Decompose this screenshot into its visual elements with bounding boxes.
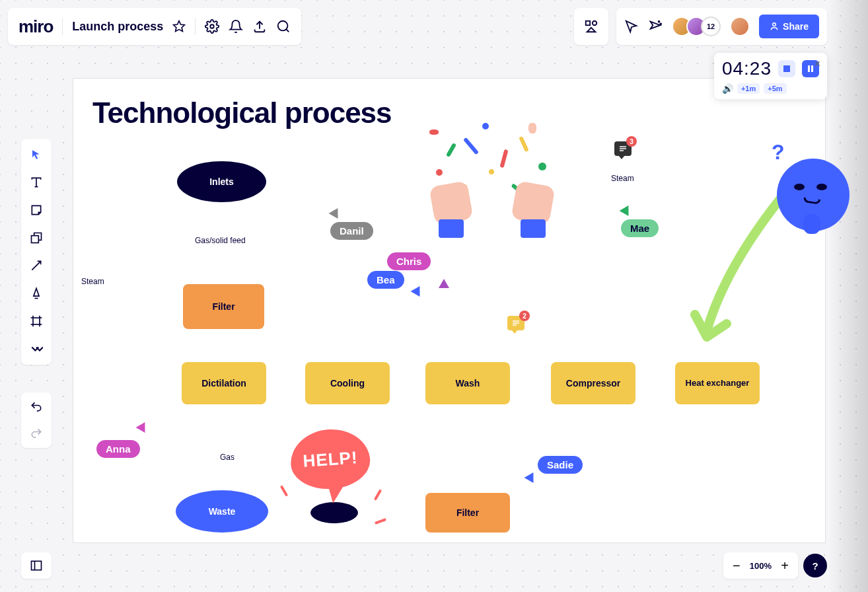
svg-rect-16 [32, 236, 39, 243]
edge-label-gas: Gas [218, 452, 236, 462]
shape-tool[interactable] [28, 230, 44, 246]
comment-badge[interactable]: 2 [507, 316, 524, 330]
pen-tool[interactable] [28, 285, 44, 301]
settings-icon[interactable] [205, 19, 219, 34]
more-tools[interactable] [28, 341, 44, 357]
panel-icon [30, 559, 43, 572]
star-icon[interactable] [172, 20, 186, 33]
zoom-in-button[interactable]: + [778, 558, 791, 574]
svg-rect-23 [32, 561, 42, 570]
svg-point-6 [593, 21, 597, 25]
sticker-help[interactable]: HELP! [291, 429, 370, 489]
cursor-extra-icon [439, 279, 449, 288]
svg-line-17 [32, 261, 40, 270]
arrow-tool[interactable] [28, 258, 44, 274]
edge-label-gas-feed: Gas/solid feed [193, 235, 248, 246]
share-label: Share [783, 21, 809, 32]
avatar-self[interactable] [730, 17, 750, 36]
comment-count: 3 [626, 136, 637, 147]
timer-panel[interactable]: × 04:23 🔊 +1m +5m [714, 53, 827, 99]
minimap-toggle[interactable] [21, 552, 52, 579]
sticker-thinking[interactable]: ? [766, 145, 859, 238]
shapes-icon [584, 19, 598, 34]
undo-redo-toolbar [21, 392, 52, 448]
node-filter-2[interactable]: Filter [425, 493, 510, 533]
help-button[interactable]: ? [803, 554, 827, 577]
cursor-chris: Chris [387, 250, 431, 270]
timer-add-1m[interactable]: +1m [737, 83, 760, 94]
zoom-toolbar: − 100% + ? [723, 552, 827, 579]
node-dictilation[interactable]: Dictilation [182, 362, 266, 404]
comment-badge[interactable]: 3 [614, 141, 632, 156]
svg-rect-11 [783, 65, 790, 72]
edge-label-steam-left: Steam [79, 276, 106, 287]
divider [195, 18, 196, 35]
cursor-danil: Danil [330, 210, 373, 240]
redo-button[interactable] [28, 426, 44, 441]
zoom-percent[interactable]: 100% [746, 561, 776, 571]
svg-rect-5 [586, 21, 590, 25]
sticky-tool[interactable] [28, 202, 44, 218]
svg-point-10 [773, 23, 776, 26]
cursor-mae: Mae [621, 207, 659, 237]
apps-button[interactable] [574, 8, 608, 45]
node-waste[interactable]: Waste [176, 490, 268, 533]
bell-icon[interactable] [229, 19, 243, 34]
svg-point-9 [660, 23, 661, 24]
edge-label-steam-right: Steam [609, 173, 636, 184]
cursor-bea: Bea [367, 268, 404, 289]
search-icon[interactable] [276, 19, 291, 34]
text-tool[interactable] [28, 174, 44, 190]
avatar-stack[interactable]: 12 [672, 17, 750, 36]
person-icon [770, 22, 779, 31]
node-cooling[interactable]: Cooling [305, 362, 390, 404]
top-right-bar: 12 Share [574, 8, 827, 45]
sticker-celebrate[interactable] [423, 116, 561, 242]
zoom-out-button[interactable]: − [730, 558, 743, 574]
timer-stop-button[interactable] [778, 60, 795, 77]
node-small[interactable] [310, 502, 358, 523]
node-inlets[interactable]: Inlets [177, 161, 266, 202]
svg-rect-12 [808, 65, 810, 72]
svg-marker-0 [174, 21, 185, 32]
select-tool[interactable] [28, 147, 44, 163]
avatar-count[interactable]: 12 [701, 17, 721, 36]
node-filter-1[interactable]: Filter [183, 284, 264, 329]
collab-toolbar: 12 Share [616, 8, 827, 45]
cursor-sadie: Sadie [526, 453, 583, 474]
svg-point-8 [659, 21, 660, 22]
frame-title[interactable]: Technological process [92, 96, 392, 130]
tools-toolbar [21, 139, 52, 365]
cursor-mode-icon[interactable] [624, 19, 639, 34]
logo[interactable]: miro [18, 17, 53, 37]
sound-icon[interactable]: 🔊 [722, 83, 733, 94]
undo-button[interactable] [28, 399, 44, 415]
node-wash[interactable]: Wash [425, 362, 510, 404]
timer-time: 04:23 [722, 58, 772, 79]
svg-line-4 [287, 29, 289, 32]
divider [62, 18, 63, 35]
reactions-icon[interactable] [648, 19, 663, 34]
comment-count: 2 [519, 311, 530, 321]
timer-add-5m[interactable]: +5m [764, 83, 786, 94]
cursor-anna: Anna [96, 428, 140, 458]
svg-point-3 [278, 21, 288, 31]
svg-marker-7 [587, 28, 596, 32]
question-mark-icon: ? [772, 140, 785, 165]
svg-point-1 [211, 24, 215, 28]
export-icon[interactable] [252, 19, 267, 34]
svg-rect-13 [811, 65, 813, 72]
share-button[interactable]: Share [759, 15, 819, 38]
close-icon[interactable]: × [814, 58, 820, 70]
top-toolbar: miro Launch process [8, 8, 301, 45]
node-compressor[interactable]: Compressor [551, 362, 635, 404]
board-title[interactable]: Launch process [72, 20, 163, 34]
node-heat-exchanger[interactable]: Heat exchanger [675, 362, 760, 404]
frame-tool[interactable] [28, 313, 44, 329]
